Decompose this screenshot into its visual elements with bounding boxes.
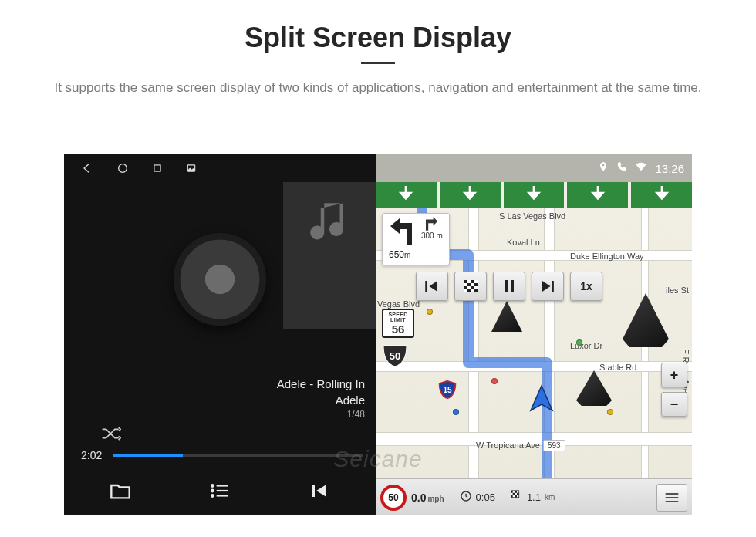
- hud-menu-button[interactable]: [656, 484, 687, 512]
- poi-dot: [427, 309, 433, 315]
- svg-rect-14: [467, 283, 471, 286]
- progress-bar[interactable]: [113, 454, 363, 457]
- street-label: Luxor Dr: [570, 341, 602, 350]
- checker-flag-button[interactable]: [454, 272, 487, 301]
- speed-sign: 50: [380, 485, 407, 511]
- status-bar: 13:26: [376, 154, 692, 182]
- svg-rect-1: [154, 165, 160, 171]
- lane-2: [440, 182, 501, 208]
- title-underline: [361, 62, 395, 64]
- home-icon[interactable]: [116, 162, 129, 174]
- player-controls: [64, 466, 376, 515]
- svg-rect-20: [505, 280, 508, 292]
- turn-left-icon: 650m: [389, 217, 415, 260]
- svg-rect-30: [515, 495, 517, 498]
- flag-icon: [511, 490, 523, 505]
- track-index: 1/48: [64, 408, 365, 421]
- shuffle-icon[interactable]: [101, 426, 121, 444]
- lane-guidance-bar: [376, 182, 692, 208]
- route-shield-number: 50: [390, 350, 400, 362]
- lane-5: [631, 182, 692, 208]
- remaining-distance: 1.1km: [511, 490, 555, 505]
- speed-limit-sign: SPEEDLIMIT 56: [382, 309, 414, 338]
- skip-forward-button[interactable]: [532, 272, 564, 301]
- recent-icon[interactable]: [152, 163, 163, 174]
- svg-point-7: [211, 495, 214, 497]
- next-turn-distance: 300 m: [421, 231, 443, 240]
- arrow-down-icon: [463, 186, 477, 204]
- page-subtitle: It supports the same screen display of t…: [46, 78, 710, 98]
- svg-rect-22: [552, 281, 554, 292]
- progress-row: 2:02: [64, 446, 376, 466]
- zoom-out-button[interactable]: −: [661, 392, 687, 417]
- album-disc: [174, 233, 266, 326]
- device-frame: Adele - Rolling In Adele 1/48 2:02: [64, 154, 692, 515]
- speed-multiplier-button[interactable]: 1x: [570, 272, 602, 301]
- speed-limit-value: 56: [383, 323, 413, 336]
- elapsed-time: 2:02: [81, 449, 102, 461]
- svg-rect-16: [464, 286, 467, 289]
- svg-rect-27: [513, 493, 515, 495]
- track-title: Adele - Rolling In: [64, 376, 365, 392]
- svg-rect-10: [425, 281, 427, 292]
- speed-limit-label: SPEEDLIMIT: [383, 312, 413, 323]
- folder-icon[interactable]: [102, 472, 139, 509]
- street-label: Koval Ln: [507, 238, 540, 247]
- clock-icon: [460, 490, 472, 505]
- page-title: Split Screen Display: [0, 22, 756, 54]
- svg-rect-19: [474, 289, 478, 292]
- album-area: [64, 182, 376, 376]
- zoom-in-button[interactable]: +: [661, 363, 687, 387]
- svg-point-5: [211, 490, 214, 492]
- arrow-down-icon: [527, 186, 541, 204]
- zoom-controls: + −: [661, 363, 687, 417]
- music-note-icon: [309, 198, 350, 250]
- svg-rect-17: [471, 286, 474, 289]
- svg-rect-12: [464, 280, 467, 283]
- svg-rect-18: [467, 289, 471, 292]
- arrow-down-icon: [399, 186, 413, 204]
- svg-rect-15: [474, 283, 478, 286]
- street-label: Stable Rd: [599, 363, 636, 372]
- svg-point-0: [119, 164, 127, 173]
- map-playback-controls: 1x: [416, 272, 602, 301]
- navigation-pane: 13:26 S Las Vegas Blvd Koval Ln Duke: [376, 154, 692, 515]
- arrow-down-icon: [591, 186, 605, 204]
- street-label: Vegas Blvd: [377, 299, 420, 309]
- back-icon[interactable]: [81, 162, 93, 174]
- picture-icon[interactable]: [186, 163, 197, 174]
- location-icon: [598, 161, 609, 175]
- pause-button[interactable]: [493, 272, 525, 301]
- lane-1: [376, 182, 437, 208]
- track-info: Adele - Rolling In Adele 1/48: [64, 376, 376, 421]
- svg-rect-13: [471, 280, 474, 283]
- lane-4: [567, 182, 628, 208]
- interstate-number: 15: [443, 386, 451, 394]
- prev-icon[interactable]: [301, 472, 338, 509]
- navigation-hud: 50 0.0mph 0:05 1.1km: [376, 478, 692, 515]
- clock: 13:26: [655, 162, 684, 175]
- street-label: Duke Ellington Way: [570, 252, 644, 261]
- route-shield: 50: [382, 344, 408, 367]
- street-number-badge: 593: [543, 440, 565, 451]
- map-canvas[interactable]: S Las Vegas Blvd Koval Ln Duke Ellington…: [376, 208, 692, 478]
- current-speed: 0.0mph: [411, 491, 444, 504]
- interstate-shield-icon: 15: [437, 380, 457, 400]
- turn-right-icon: [426, 217, 438, 231]
- poi-dot: [453, 409, 459, 415]
- arrow-down-icon: [655, 186, 669, 204]
- poi-dot: [576, 339, 582, 346]
- street-label: W Tropicana Ave593: [476, 440, 565, 451]
- poi-dot: [607, 409, 613, 415]
- svg-rect-21: [511, 280, 514, 292]
- lane-3: [504, 182, 565, 208]
- street-label: S Las Vegas Blvd: [499, 211, 565, 221]
- turn-card: 650m 300 m: [382, 213, 450, 265]
- wifi-icon: [635, 161, 647, 175]
- skip-back-button[interactable]: [416, 272, 448, 301]
- list-icon[interactable]: [201, 472, 238, 509]
- music-tile: [283, 182, 376, 329]
- svg-rect-28: [517, 493, 519, 495]
- street-label: iles St: [666, 285, 689, 295]
- svg-point-3: [211, 485, 214, 487]
